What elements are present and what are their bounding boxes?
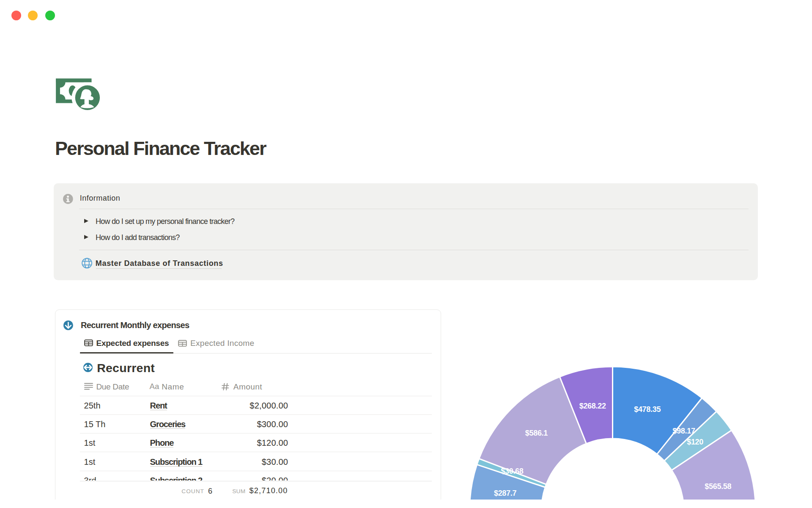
svg-text:$268.22: $268.22 <box>579 402 606 410</box>
svg-text:$287.7: $287.7 <box>494 489 517 497</box>
svg-text:$30.68: $30.68 <box>501 467 524 475</box>
svg-text:$586.1: $586.1 <box>525 429 548 437</box>
svg-text:$478.35: $478.35 <box>634 405 661 414</box>
svg-text:$98.17: $98.17 <box>672 427 695 435</box>
svg-text:$120: $120 <box>687 438 703 446</box>
svg-text:$565.58: $565.58 <box>705 482 731 491</box>
